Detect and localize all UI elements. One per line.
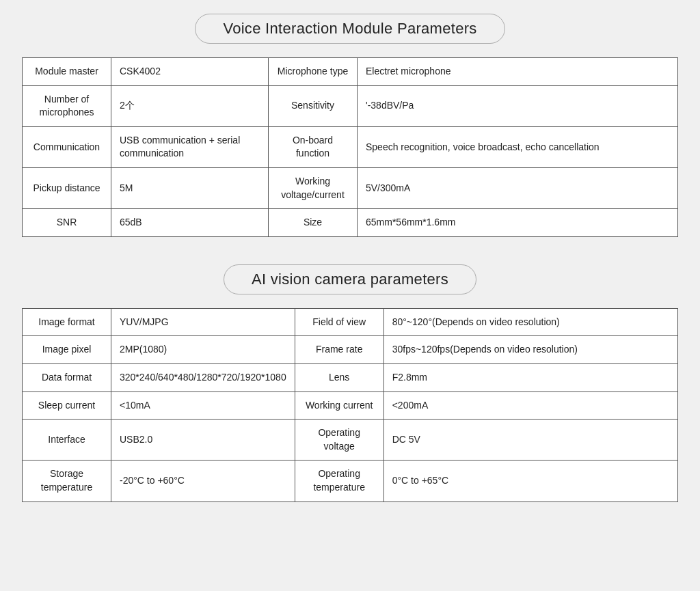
voice-label-2-2: On-board function — [269, 126, 358, 167]
voice-value-1-1: 2个 — [111, 85, 269, 126]
camera-label-3-1: Sleep current — [23, 391, 111, 420]
voice-label-3-1: Pickup distance — [23, 167, 111, 208]
camera-value-4-1: USB2.0 — [111, 420, 295, 461]
camera-label-4-1: Interface — [23, 420, 111, 461]
voice-value-3-1: 5M — [111, 167, 269, 208]
camera-label-2-2: Lens — [295, 363, 383, 391]
section1: Voice Interaction Module Parameters Modu… — [22, 14, 678, 237]
camera-params-table: Image format YUV/MJPG Field of view 80°~… — [22, 308, 678, 502]
section2-title-wrapper: AI vision camera parameters — [22, 264, 678, 294]
voice-value-0-2: Electret microphone — [358, 58, 678, 86]
camera-value-5-2: 0°C to +65°C — [383, 461, 677, 501]
voice-label-4-2: Size — [269, 209, 358, 237]
voice-label-0-1: Module master — [23, 58, 111, 86]
section2-title: AI vision camera parameters — [224, 264, 476, 294]
camera-value-3-2: <200mA — [383, 391, 677, 420]
camera-label-5-2: Operating temperature — [295, 461, 383, 501]
camera-value-5-1: -20°C to +60°C — [111, 461, 295, 501]
section2: AI vision camera parameters Image format… — [22, 264, 678, 502]
section1-title: Voice Interaction Module Parameters — [195, 14, 504, 44]
voice-label-4-1: SNR — [23, 209, 111, 237]
table-row: Module master CSK4002 Microphone type El… — [23, 58, 678, 86]
table-row: Image format YUV/MJPG Field of view 80°~… — [23, 308, 678, 336]
table-row: SNR 65dB Size 65mm*56mm*1.6mm — [23, 209, 678, 237]
page-container: Voice Interaction Module Parameters Modu… — [22, 14, 678, 502]
camera-value-1-2: 30fps~120fps(Depends on video resolution… — [383, 336, 677, 364]
voice-value-2-1: USB communication + serial communication — [111, 126, 269, 167]
table-row: Pickup distance 5M Working voltage/curre… — [23, 167, 678, 208]
camera-label-1-1: Image pixel — [23, 336, 111, 364]
voice-label-0-2: Microphone type — [269, 58, 358, 86]
voice-value-0-1: CSK4002 — [111, 58, 269, 86]
table-row: Image pixel 2MP(1080) Frame rate 30fps~1… — [23, 336, 678, 364]
voice-value-4-2: 65mm*56mm*1.6mm — [358, 209, 678, 237]
voice-label-2-1: Communication — [23, 126, 111, 167]
camera-label-3-2: Working current — [295, 391, 383, 420]
camera-value-2-1: 320*240/640*480/1280*720/1920*1080 — [111, 363, 295, 391]
camera-label-5-1: Storage temperature — [23, 461, 111, 501]
camera-value-3-1: <10mA — [111, 391, 295, 420]
table-row: Interface USB2.0 Operating voltage DC 5V — [23, 420, 678, 461]
camera-label-0-2: Field of view — [295, 308, 383, 336]
camera-value-1-1: 2MP(1080) — [111, 336, 295, 364]
table-row: Data format 320*240/640*480/1280*720/192… — [23, 363, 678, 391]
voice-value-2-2: Speech recognition, voice broadcast, ech… — [358, 126, 678, 167]
section1-title-wrapper: Voice Interaction Module Parameters — [22, 14, 678, 44]
camera-value-4-2: DC 5V — [383, 420, 677, 461]
voice-value-1-2: '-38dBV/Pa — [358, 85, 678, 126]
table-row: Communication USB communication + serial… — [23, 126, 678, 167]
voice-value-3-2: 5V/300mA — [358, 167, 678, 208]
camera-value-2-2: F2.8mm — [383, 363, 677, 391]
table-row: Number of microphones 2个 Sensitivity '-3… — [23, 85, 678, 126]
camera-label-1-2: Frame rate — [295, 336, 383, 364]
voice-label-1-2: Sensitivity — [269, 85, 358, 126]
camera-label-2-1: Data format — [23, 363, 111, 391]
table-row: Sleep current <10mA Working current <200… — [23, 391, 678, 420]
voice-params-table: Module master CSK4002 Microphone type El… — [22, 57, 678, 237]
camera-label-4-2: Operating voltage — [295, 420, 383, 461]
camera-value-0-1: YUV/MJPG — [111, 308, 295, 336]
camera-value-0-2: 80°~120°(Depends on video resolution) — [383, 308, 677, 336]
voice-value-4-1: 65dB — [111, 209, 269, 237]
camera-label-0-1: Image format — [23, 308, 111, 336]
table-row: Storage temperature -20°C to +60°C Opera… — [23, 461, 678, 501]
voice-label-1-1: Number of microphones — [23, 85, 111, 126]
voice-label-3-2: Working voltage/current — [269, 167, 358, 208]
